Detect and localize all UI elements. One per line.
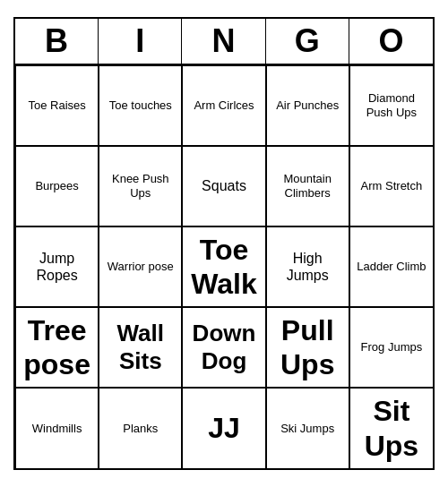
bingo-cell: Toe Walk: [182, 226, 265, 307]
bingo-cell: Mountain Climbers: [266, 146, 349, 226]
bingo-grid: Toe RaisesToe touchesArm CirlcesAir Punc…: [15, 65, 433, 468]
bingo-cell: Frog Jumps: [349, 307, 433, 388]
bingo-header-letter: I: [99, 19, 182, 64]
bingo-cell: Arm Cirlces: [182, 65, 265, 146]
bingo-cell: Windmills: [15, 388, 99, 468]
bingo-cell: Knee Push Ups: [99, 146, 182, 226]
bingo-cell: Ladder Climb: [349, 226, 433, 307]
bingo-cell: Planks: [99, 388, 182, 468]
bingo-card: BINGO Toe RaisesToe touchesArm CirlcesAi…: [13, 17, 435, 470]
bingo-header-letter: B: [15, 19, 99, 64]
bingo-cell: Squats: [182, 146, 265, 226]
bingo-cell: Pull Ups: [266, 307, 349, 388]
bingo-cell: Arm Stretch: [349, 146, 433, 226]
bingo-header: BINGO: [15, 19, 433, 65]
bingo-cell: Air Punches: [266, 65, 349, 146]
bingo-cell: Sit Ups: [349, 388, 433, 468]
bingo-cell: Wall Sits: [99, 307, 182, 388]
bingo-cell: High Jumps: [266, 226, 349, 307]
bingo-cell: Burpees: [15, 146, 99, 226]
bingo-cell: Jump Ropes: [15, 226, 99, 307]
bingo-cell: Toe touches: [99, 65, 182, 146]
bingo-cell: Toe Raises: [15, 65, 99, 146]
bingo-cell: JJ: [182, 388, 265, 468]
bingo-cell: Tree pose: [15, 307, 99, 388]
bingo-header-letter: G: [266, 19, 349, 64]
bingo-cell: Down Dog: [182, 307, 265, 388]
bingo-cell: Warrior pose: [99, 226, 182, 307]
bingo-header-letter: O: [349, 19, 433, 64]
bingo-header-letter: N: [182, 19, 265, 64]
bingo-cell: Diamond Push Ups: [349, 65, 433, 146]
bingo-cell: Ski Jumps: [266, 388, 349, 468]
